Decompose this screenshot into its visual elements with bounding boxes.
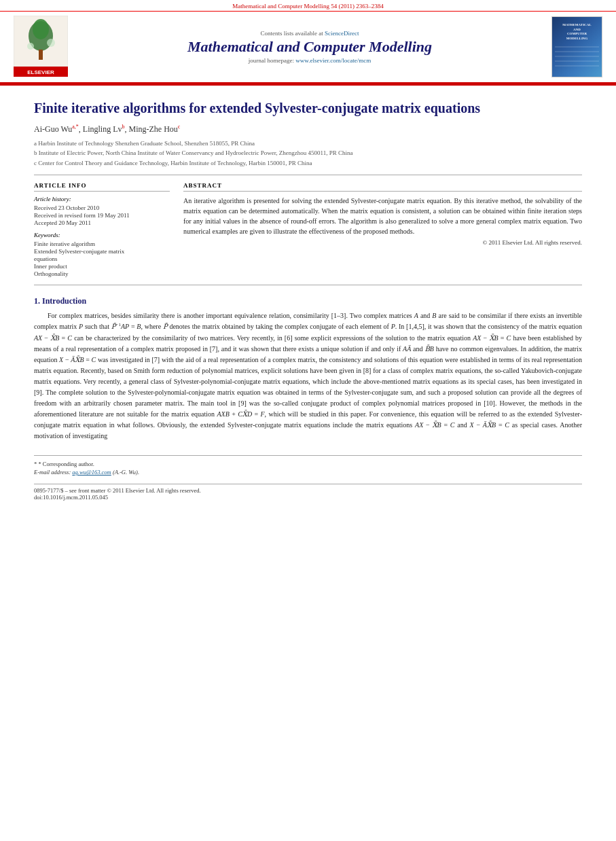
keyword-2b: equations bbox=[34, 255, 170, 262]
article-info-column: ARTICLE INFO Article history: Received 2… bbox=[34, 182, 170, 278]
received-revised-date: Received in revised form 19 May 2011 bbox=[34, 212, 170, 219]
affiliation-c: c Center for Control Theory and Guidance… bbox=[34, 158, 582, 168]
journal-cover-image: MATHEMATICAL AND COMPUTER MODELLING bbox=[551, 16, 602, 77]
footnote-email-link[interactable]: ag.wu@163.com bbox=[72, 469, 111, 476]
abstract-heading: ABSTRACT bbox=[183, 182, 582, 192]
journal-ref-text: Mathematical and Computer Modelling 54 (… bbox=[232, 3, 384, 10]
keyword-3: Inner product bbox=[34, 263, 170, 270]
divider-after-abstract bbox=[34, 285, 582, 285]
svg-text:ELSEVIER: ELSEVIER bbox=[27, 69, 54, 75]
authors-line: Ai-Guo Wua,*, Lingling Lvb, Ming-Zhe Hou… bbox=[34, 124, 582, 135]
intro-paragraph-1: For complex matrices, besides similarity… bbox=[34, 310, 582, 441]
received-date: Received 23 October 2010 bbox=[34, 204, 170, 211]
bottom-bar: 0895-7177/$ – see front matter © 2011 El… bbox=[34, 484, 582, 501]
bottom-copyright: 0895-7177/$ – see front matter © 2011 El… bbox=[34, 487, 582, 494]
affiliations: a Harbin Institute of Technology Shenzhe… bbox=[34, 139, 582, 168]
science-direct-link[interactable]: ScienceDirect bbox=[325, 30, 359, 37]
journal-title: Mathematical and Computer Modelling bbox=[75, 38, 545, 56]
science-direct-line: Contents lists available at ScienceDirec… bbox=[75, 30, 545, 37]
homepage-link[interactable]: www.elsevier.com/locate/mcm bbox=[295, 57, 371, 64]
cover-title: MATHEMATICAL AND COMPUTER MODELLING bbox=[562, 23, 591, 41]
svg-point-5 bbox=[47, 39, 55, 47]
svg-point-2 bbox=[33, 19, 49, 39]
footnote-section: * * Corresponding author. E-mail address… bbox=[34, 455, 582, 478]
keywords-label: Keywords: bbox=[34, 232, 170, 238]
svg-point-4 bbox=[27, 43, 34, 50]
journal-homepage-line: journal homepage: www.elsevier.com/locat… bbox=[75, 57, 545, 64]
section-1-heading: 1. Introduction bbox=[34, 296, 582, 306]
footnote-corresponding: * * Corresponding author. bbox=[34, 460, 582, 469]
header-center: Contents lists available at ScienceDirec… bbox=[75, 30, 545, 64]
bottom-doi: doi:10.1016/j.mcm.2011.05.045 bbox=[34, 494, 582, 501]
article-title: Finite iterative algorithms for extended… bbox=[34, 99, 582, 117]
keyword-4: Orthogonality bbox=[34, 270, 170, 277]
keyword-1: Finite iterative algorithm bbox=[34, 240, 170, 247]
keyword-2: Extended Sylvester-conjugate matrix bbox=[34, 248, 170, 255]
author-aiguo: Ai-Guo Wu bbox=[34, 124, 72, 134]
info-abstract-row: ARTICLE INFO Article history: Received 2… bbox=[34, 182, 582, 278]
accepted-date: Accepted 20 May 2011 bbox=[34, 219, 170, 226]
svg-rect-3 bbox=[39, 50, 43, 60]
elsevier-logo: ELSEVIER bbox=[14, 16, 68, 78]
copyright-notice: © 2011 Elsevier Ltd. All rights reserved… bbox=[183, 239, 582, 246]
article-history-label: Article history: bbox=[34, 196, 170, 202]
affiliation-b: b Institute of Electric Power, North Chi… bbox=[34, 148, 582, 158]
author-lingling: Lingling Lv bbox=[83, 124, 122, 134]
affiliation-a: a Harbin Institute of Technology Shenzhe… bbox=[34, 139, 582, 148]
article-info-heading: ARTICLE INFO bbox=[34, 182, 170, 192]
abstract-text: An iterative algorithm is presented for … bbox=[183, 196, 582, 236]
author-mingzhe: Ming-Zhe Hou bbox=[129, 124, 178, 134]
abstract-column: ABSTRACT An iterative algorithm is prese… bbox=[183, 182, 582, 278]
journal-header: ELSEVIER Contents lists available at Sci… bbox=[0, 12, 616, 84]
journal-reference-bar: Mathematical and Computer Modelling 54 (… bbox=[0, 0, 616, 12]
divider-after-affiliations bbox=[34, 175, 582, 175]
main-content: Finite iterative algorithms for extended… bbox=[0, 86, 616, 514]
footnote-email-line: E-mail address: ag.wu@163.com (A.-G. Wu)… bbox=[34, 468, 582, 477]
